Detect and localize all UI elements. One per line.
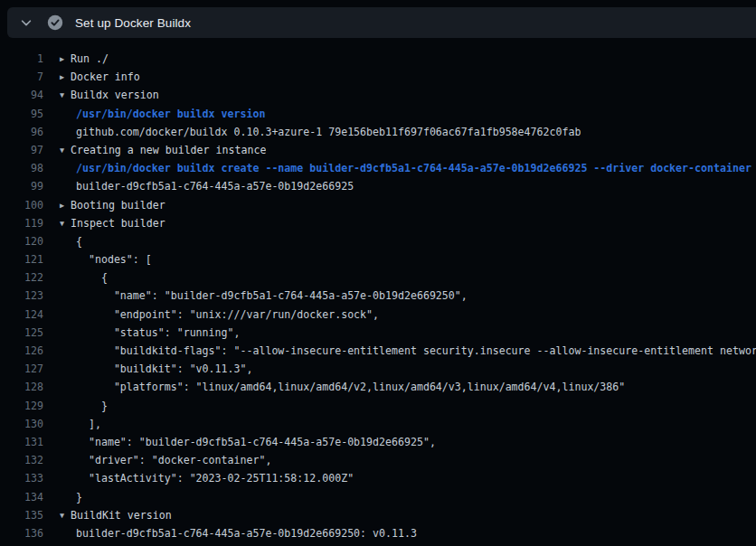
log-line[interactable]: 120 { xyxy=(0,232,756,250)
log-line-text: } xyxy=(76,488,82,506)
indent-spacer xyxy=(60,232,76,250)
indent-spacer xyxy=(60,397,76,415)
log-line-text: "platforms": "linux/amd64,linux/amd64/v2… xyxy=(76,378,625,396)
line-number[interactable]: 131 xyxy=(0,433,43,451)
log-line[interactable]: 125 "status": "running", xyxy=(0,324,756,342)
line-number[interactable]: 119 xyxy=(0,214,43,232)
line-number[interactable]: 94 xyxy=(0,86,43,104)
indent-spacer xyxy=(60,105,76,123)
indent-spacer xyxy=(60,415,76,433)
indent-spacer xyxy=(60,488,76,506)
log-line[interactable]: 7 ▶ Docker info xyxy=(0,68,756,86)
log-line[interactable]: 130 ], xyxy=(0,415,756,433)
log-line[interactable]: 95 /usr/bin/docker buildx version xyxy=(0,105,756,123)
line-number[interactable]: 7 xyxy=(0,68,43,86)
log-line-text: builder-d9cfb5a1-c764-445a-a57e-0b19d2e6… xyxy=(76,177,354,195)
log-line-text: { xyxy=(76,232,82,250)
line-number[interactable]: 95 xyxy=(0,105,43,123)
log-line-text: { xyxy=(76,268,108,287)
line-number[interactable]: 126 xyxy=(0,342,43,360)
group-toggle-icon[interactable]: ▶ xyxy=(60,196,71,214)
group-toggle-icon[interactable]: ▼ xyxy=(60,86,71,104)
line-number[interactable]: 124 xyxy=(0,306,43,324)
log-line-text: Creating a new builder instance xyxy=(71,141,266,159)
log-line[interactable]: 122 { xyxy=(0,268,756,287)
log-line[interactable]: 96 github.com/docker/buildx 0.10.3+azure… xyxy=(0,123,756,141)
log-line[interactable]: 131 "name": "builder-d9cfb5a1-c764-445a-… xyxy=(0,433,756,451)
log-line[interactable]: 98 /usr/bin/docker buildx create --name … xyxy=(0,159,756,177)
log-line[interactable]: 123 "name": "builder-d9cfb5a1-c764-445a-… xyxy=(0,287,756,305)
group-toggle-icon[interactable]: ▶ xyxy=(60,50,71,68)
indent-spacer xyxy=(60,306,76,324)
line-number[interactable]: 96 xyxy=(0,123,43,141)
log-line-text: Booting builder xyxy=(71,196,165,214)
indent-spacer xyxy=(60,360,76,378)
log-line-text: "endpoint": "unix:///var/run/docker.sock… xyxy=(76,306,379,324)
log-line-text: Inspect builder xyxy=(71,214,165,232)
log-line[interactable]: 136 builder-d9cfb5a1-c764-445a-a57e-0b19… xyxy=(0,524,756,542)
line-number[interactable]: 123 xyxy=(0,287,43,305)
log-line-text: } xyxy=(76,397,108,415)
log-line[interactable]: 121 "nodes": [ xyxy=(0,250,756,268)
line-number[interactable]: 129 xyxy=(0,397,43,415)
log-line[interactable]: 1 ▶ Run ./ xyxy=(0,50,756,68)
log-line-text: "name": "builder-d9cfb5a1-c764-445a-a57e… xyxy=(76,433,436,451)
log-line-text: Docker info xyxy=(71,68,140,86)
line-number[interactable]: 127 xyxy=(0,360,43,378)
log-line[interactable]: 135 ▼ BuildKit version xyxy=(0,506,756,524)
log-line-text: "driver": "docker-container", xyxy=(76,451,271,469)
line-number[interactable]: 135 xyxy=(0,506,43,524)
log-line[interactable]: 124 "endpoint": "unix:///var/run/docker.… xyxy=(0,306,756,324)
line-number[interactable]: 130 xyxy=(0,415,43,433)
log-area: 1 ▶ Run ./ 7 ▶ Docker info 94 ▼ Buildx v… xyxy=(0,38,756,546)
log-line[interactable]: 134 } xyxy=(0,488,756,506)
line-number[interactable]: 128 xyxy=(0,378,43,396)
group-toggle-icon[interactable]: ▼ xyxy=(60,214,71,232)
indent-spacer xyxy=(60,378,76,396)
line-number[interactable]: 98 xyxy=(0,159,43,177)
line-number[interactable]: 99 xyxy=(0,177,43,195)
line-number[interactable]: 134 xyxy=(0,488,43,506)
line-number[interactable]: 132 xyxy=(0,451,43,469)
log-line[interactable]: 127 "buildkit": "v0.11.3", xyxy=(0,360,756,378)
log-line[interactable]: 99 builder-d9cfb5a1-c764-445a-a57e-0b19d… xyxy=(0,177,756,195)
log-line-text: "name": "builder-d9cfb5a1-c764-445a-a57e… xyxy=(76,287,468,305)
indent-spacer xyxy=(60,250,76,268)
log-line-text: Buildx version xyxy=(71,86,159,104)
line-number[interactable]: 136 xyxy=(0,524,43,542)
log-line[interactable]: 132 "driver": "docker-container", xyxy=(0,451,756,469)
line-number[interactable]: 100 xyxy=(0,196,43,214)
log-line-text: builder-d9cfb5a1-c764-445a-a57e-0b19d2e6… xyxy=(76,524,417,542)
log-line-text: "nodes": [ xyxy=(76,250,152,268)
log-line[interactable]: 100 ▶ Booting builder xyxy=(0,196,756,214)
log-line[interactable]: 119 ▼ Inspect builder xyxy=(0,214,756,232)
line-number[interactable]: 121 xyxy=(0,250,43,268)
line-number[interactable]: 122 xyxy=(0,268,43,287)
group-toggle-icon[interactable]: ▼ xyxy=(60,506,71,524)
log-line-text: ], xyxy=(76,415,101,433)
log-line[interactable]: 128 "platforms": "linux/amd64,linux/amd6… xyxy=(0,378,756,396)
group-toggle-icon[interactable]: ▼ xyxy=(60,141,71,159)
group-toggle-icon[interactable]: ▶ xyxy=(60,68,71,86)
indent-spacer xyxy=(60,287,76,305)
line-number[interactable]: 133 xyxy=(0,469,43,487)
log-line[interactable]: 129 } xyxy=(0,397,756,415)
indent-spacer xyxy=(60,451,76,469)
line-number[interactable]: 120 xyxy=(0,232,43,250)
log-line-text: Run ./ xyxy=(71,50,109,68)
step-header[interactable]: Set up Docker Buildx xyxy=(7,7,756,38)
check-circle-icon xyxy=(47,14,63,31)
indent-spacer xyxy=(60,177,76,195)
line-number[interactable]: 125 xyxy=(0,324,43,342)
line-number[interactable]: 1 xyxy=(0,50,43,68)
chevron-down-icon[interactable] xyxy=(19,15,33,30)
log-line-text: github.com/docker/buildx 0.10.3+azure-1 … xyxy=(76,123,581,141)
indent-spacer xyxy=(60,433,76,451)
log-line[interactable]: 126 "buildkitd-flags": "--allow-insecure… xyxy=(0,342,756,360)
log-line-text: /usr/bin/docker buildx version xyxy=(76,105,265,123)
line-number[interactable]: 97 xyxy=(0,141,43,159)
indent-spacer xyxy=(60,469,76,487)
log-line[interactable]: 97 ▼ Creating a new builder instance xyxy=(0,141,756,159)
log-line[interactable]: 94 ▼ Buildx version xyxy=(0,86,756,104)
log-line[interactable]: 133 "lastActivity": "2023-02-25T11:58:12… xyxy=(0,469,756,487)
